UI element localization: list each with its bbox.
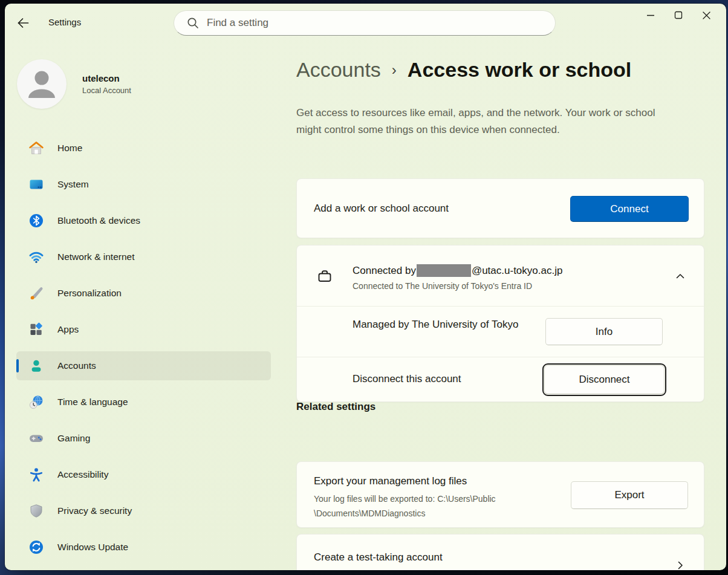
related-settings-header: Related settings bbox=[296, 401, 375, 413]
sidebar-item-windows-update[interactable]: Windows Update bbox=[16, 533, 271, 562]
page-title: Access work or school bbox=[408, 58, 631, 82]
close-icon bbox=[702, 11, 711, 20]
connected-account-title: Connected by @utac.u-tokyo.ac.jp bbox=[353, 264, 562, 277]
avatar bbox=[17, 59, 67, 109]
test-account-title: Create a test-taking account bbox=[314, 551, 443, 564]
person-icon bbox=[28, 358, 44, 374]
page-description: Get access to resources like email, apps… bbox=[296, 105, 674, 138]
breadcrumb-separator-icon: › bbox=[392, 62, 397, 79]
disconnect-label: Disconnect this account bbox=[353, 373, 461, 385]
main-content: Accounts › Access work or school Get acc… bbox=[296, 42, 726, 570]
connected-account-header[interactable]: Connected by @utac.u-tokyo.ac.jp Connect… bbox=[297, 245, 704, 306]
window-controls bbox=[637, 5, 720, 25]
maximize-icon bbox=[674, 11, 683, 19]
export-logs-title: Export your management log files bbox=[314, 475, 467, 487]
shield-icon bbox=[28, 503, 44, 519]
sidebar-item-personalization[interactable]: Personalization bbox=[16, 279, 271, 308]
sidebar-item-apps[interactable]: Apps bbox=[16, 315, 271, 344]
accessibility-icon bbox=[28, 467, 44, 482]
sidebar-item-privacy[interactable]: Privacy & security bbox=[16, 496, 271, 525]
search-input[interactable] bbox=[207, 17, 547, 29]
search-icon bbox=[186, 16, 200, 30]
test-account-card[interactable]: Create a test-taking account Choose an a… bbox=[296, 534, 704, 570]
sidebar-item-label: Accessibility bbox=[57, 469, 108, 480]
sidebar-item-label: Gaming bbox=[57, 433, 90, 444]
minimize-icon bbox=[646, 11, 655, 19]
apps-grid-icon bbox=[28, 322, 44, 337]
sidebar-item-accounts[interactable]: Accounts bbox=[16, 351, 271, 380]
connected-account-subtitle: Connected to The University of Tokyo's E… bbox=[353, 281, 532, 291]
connected-by-text: Connected by bbox=[353, 265, 416, 277]
test-account-subtitle: Choose an account for the test taker and… bbox=[314, 569, 535, 570]
bluetooth-icon bbox=[28, 213, 44, 229]
sidebar-item-label: Apps bbox=[57, 324, 79, 335]
managed-by-row: Managed by The University of Tokyo Info bbox=[297, 306, 704, 357]
sidebar-item-label: Time & language bbox=[57, 397, 128, 408]
home-icon bbox=[28, 140, 44, 156]
export-button[interactable]: Export bbox=[571, 481, 688, 509]
redacted-username bbox=[417, 264, 471, 277]
chevron-right-icon bbox=[674, 559, 687, 570]
back-arrow-icon bbox=[16, 16, 30, 30]
settings-window: Settings bbox=[5, 4, 726, 570]
sidebar-item-label: Bluetooth & devices bbox=[57, 215, 140, 226]
titlebar: Settings bbox=[5, 4, 726, 42]
export-logs-card: Export your management log files Your lo… bbox=[296, 461, 704, 528]
wifi-icon bbox=[28, 249, 44, 265]
chevron-up-icon[interactable] bbox=[674, 270, 687, 285]
back-button[interactable] bbox=[14, 15, 32, 31]
sidebar-item-time-language[interactable]: Time & language bbox=[16, 388, 271, 417]
managed-by-label: Managed by The University of Tokyo bbox=[353, 317, 534, 333]
export-path-line1: Your log files will be exported to: C:\U… bbox=[314, 492, 496, 506]
person-silhouette-icon bbox=[17, 59, 67, 109]
sidebar-item-label: Personalization bbox=[57, 288, 122, 299]
clock-globe-icon bbox=[28, 394, 44, 410]
sidebar-item-system[interactable]: System bbox=[16, 170, 271, 199]
breadcrumb-parent[interactable]: Accounts bbox=[296, 58, 381, 82]
add-account-label: Add a work or school account bbox=[314, 203, 449, 215]
user-account-type: Local Account bbox=[82, 86, 131, 95]
info-button[interactable]: Info bbox=[545, 318, 663, 345]
sidebar-item-bluetooth[interactable]: Bluetooth & devices bbox=[16, 206, 271, 235]
user-account-chip[interactable]: utelecon Local Account bbox=[17, 56, 271, 112]
disconnect-row: Disconnect this account Disconnect bbox=[297, 357, 704, 403]
export-path-line2: \Documents\MDMDiagnostics bbox=[314, 506, 496, 521]
sidebar-item-network[interactable]: Network & internet bbox=[16, 242, 271, 271]
briefcase-icon bbox=[316, 268, 333, 287]
sidebar-item-label: Accounts bbox=[57, 360, 96, 371]
sidebar-item-gaming[interactable]: Gaming bbox=[16, 424, 271, 453]
add-account-card: Add a work or school account Connect bbox=[296, 178, 704, 238]
connected-account-card: Connected by @utac.u-tokyo.ac.jp Connect… bbox=[296, 245, 704, 402]
sidebar-item-label: Home bbox=[57, 143, 82, 154]
maximize-button[interactable] bbox=[665, 5, 692, 25]
sidebar-item-home[interactable]: Home bbox=[16, 134, 271, 163]
close-button[interactable] bbox=[692, 5, 720, 25]
connect-button[interactable]: Connect bbox=[570, 196, 689, 222]
breadcrumb: Accounts › Access work or school bbox=[296, 58, 631, 82]
paint-brush-icon bbox=[28, 285, 44, 301]
search-box[interactable] bbox=[174, 10, 556, 36]
sync-arrows-icon bbox=[28, 539, 44, 555]
sidebar-item-label: System bbox=[57, 179, 89, 190]
minimize-button[interactable] bbox=[637, 5, 665, 25]
export-logs-subtitle: Your log files will be exported to: C:\U… bbox=[314, 492, 496, 521]
disconnect-button[interactable]: Disconnect bbox=[544, 365, 665, 394]
sidebar-item-label: Privacy & security bbox=[57, 505, 132, 516]
sidebar: utelecon Local Account Home bbox=[5, 42, 290, 570]
app-title: Settings bbox=[48, 17, 81, 27]
gamepad-icon bbox=[28, 430, 44, 446]
user-name: utelecon bbox=[82, 73, 131, 83]
sidebar-nav: Home System bbox=[16, 134, 271, 569]
sidebar-item-label: Windows Update bbox=[57, 542, 128, 553]
sidebar-item-accessibility[interactable]: Accessibility bbox=[16, 460, 271, 489]
account-domain-text: @utac.u-tokyo.ac.jp bbox=[472, 265, 563, 277]
sidebar-item-label: Network & internet bbox=[57, 252, 135, 262]
system-icon bbox=[28, 177, 44, 192]
